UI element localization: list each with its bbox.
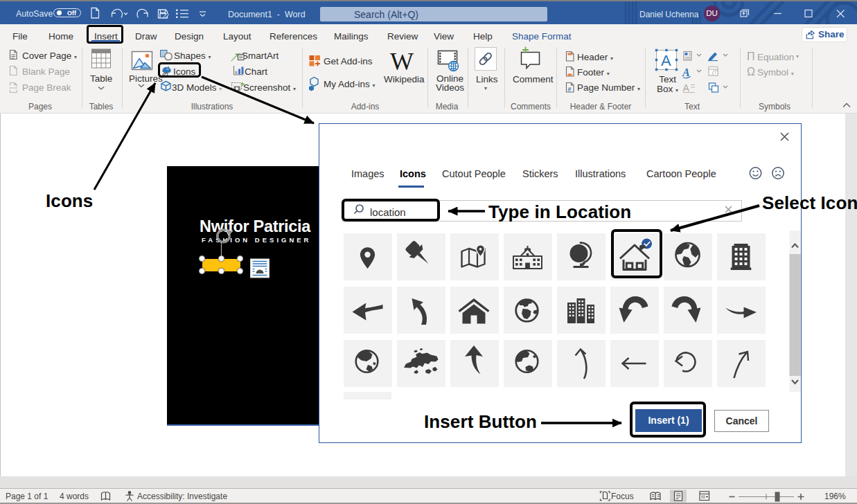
- svg-text:#: #: [568, 86, 572, 93]
- svg-text:A: A: [683, 82, 690, 93]
- svg-text:W: W: [390, 48, 414, 75]
- svg-text:Π: Π: [747, 51, 755, 62]
- svg-text:A: A: [682, 66, 690, 78]
- svg-text:A: A: [661, 52, 671, 69]
- svg-text:Ω: Ω: [747, 66, 755, 78]
